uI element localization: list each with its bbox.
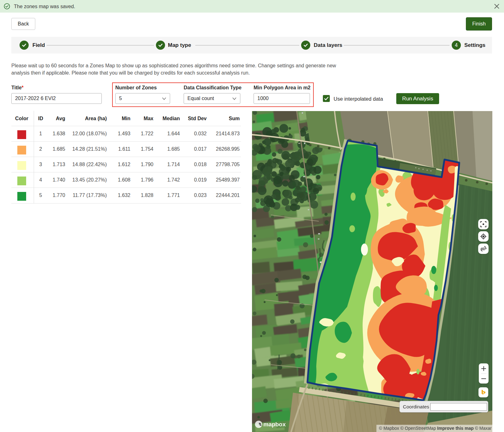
svg-text:mapbox: mapbox <box>263 421 286 428</box>
svg-text:3D: 3D <box>481 247 486 251</box>
